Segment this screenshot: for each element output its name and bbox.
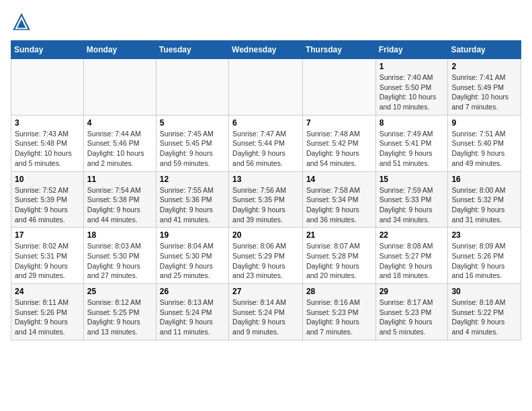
calendar-cell: 16Sunrise: 8:00 AM Sunset: 5:32 PM Dayli…: [448, 171, 521, 228]
day-info: Sunrise: 8:09 AM Sunset: 5:26 PM Dayligh…: [451, 241, 517, 281]
day-number: 15: [380, 175, 445, 184]
day-info: Sunrise: 7:45 AM Sunset: 5:45 PM Dayligh…: [160, 129, 225, 169]
calendar-week-3: 10Sunrise: 7:52 AM Sunset: 5:39 PM Dayli…: [11, 171, 521, 228]
calendar-cell: 9Sunrise: 7:51 AM Sunset: 5:40 PM Daylig…: [448, 115, 521, 171]
day-number: 28: [306, 287, 372, 296]
calendar-cell: 17Sunrise: 8:02 AM Sunset: 5:31 PM Dayli…: [11, 228, 84, 284]
day-info: Sunrise: 7:52 AM Sunset: 5:39 PM Dayligh…: [15, 185, 80, 225]
calendar-cell: 20Sunrise: 8:06 AM Sunset: 5:29 PM Dayli…: [229, 228, 303, 284]
weekday-tuesday: Tuesday: [156, 41, 228, 59]
day-info: Sunrise: 7:51 AM Sunset: 5:40 PM Dayligh…: [451, 129, 517, 169]
calendar-week-4: 17Sunrise: 8:02 AM Sunset: 5:31 PM Dayli…: [11, 228, 521, 284]
calendar-cell: 28Sunrise: 8:16 AM Sunset: 5:23 PM Dayli…: [302, 284, 375, 340]
weekday-wednesday: Wednesday: [229, 41, 303, 59]
calendar-cell: 6Sunrise: 7:47 AM Sunset: 5:44 PM Daylig…: [229, 115, 303, 171]
calendar-week-2: 3Sunrise: 7:43 AM Sunset: 5:48 PM Daylig…: [11, 115, 521, 171]
calendar-cell: 25Sunrise: 8:12 AM Sunset: 5:25 PM Dayli…: [83, 284, 156, 340]
day-info: Sunrise: 7:47 AM Sunset: 5:44 PM Dayligh…: [232, 129, 299, 169]
day-info: Sunrise: 7:54 AM Sunset: 5:38 PM Dayligh…: [87, 185, 152, 225]
day-number: 12: [160, 175, 225, 184]
day-number: 3: [15, 118, 80, 128]
day-info: Sunrise: 8:12 AM Sunset: 5:25 PM Dayligh…: [87, 298, 152, 337]
day-info: Sunrise: 8:02 AM Sunset: 5:31 PM Dayligh…: [15, 241, 80, 281]
calendar-cell: 11Sunrise: 7:54 AM Sunset: 5:38 PM Dayli…: [83, 171, 156, 228]
day-info: Sunrise: 8:06 AM Sunset: 5:29 PM Dayligh…: [232, 241, 299, 281]
day-number: 6: [232, 118, 299, 128]
day-number: 29: [380, 287, 445, 296]
day-number: 8: [380, 118, 445, 128]
weekday-sunday: Sunday: [11, 41, 84, 59]
day-info: Sunrise: 7:44 AM Sunset: 5:46 PM Dayligh…: [87, 129, 152, 169]
calendar-cell: 8Sunrise: 7:49 AM Sunset: 5:41 PM Daylig…: [375, 115, 448, 171]
calendar-cell: 22Sunrise: 8:08 AM Sunset: 5:27 PM Dayli…: [375, 228, 448, 284]
day-info: Sunrise: 8:17 AM Sunset: 5:23 PM Dayligh…: [380, 298, 445, 337]
page-header: [11, 11, 521, 32]
day-number: 7: [306, 118, 372, 128]
weekday-saturday: Saturday: [448, 41, 521, 59]
day-info: Sunrise: 7:48 AM Sunset: 5:42 PM Dayligh…: [306, 129, 372, 169]
day-info: Sunrise: 8:16 AM Sunset: 5:23 PM Dayligh…: [306, 298, 372, 337]
day-info: Sunrise: 8:11 AM Sunset: 5:26 PM Dayligh…: [15, 298, 80, 337]
logo-icon: [11, 11, 32, 32]
day-number: 14: [306, 175, 372, 184]
calendar-cell: 1Sunrise: 7:40 AM Sunset: 5:50 PM Daylig…: [375, 59, 448, 116]
calendar-cell: 27Sunrise: 8:14 AM Sunset: 5:24 PM Dayli…: [229, 284, 303, 340]
weekday-thursday: Thursday: [302, 41, 375, 59]
day-number: 20: [232, 230, 299, 240]
day-info: Sunrise: 8:00 AM Sunset: 5:32 PM Dayligh…: [451, 185, 517, 225]
calendar-cell: 21Sunrise: 8:07 AM Sunset: 5:28 PM Dayli…: [302, 228, 375, 284]
calendar-cell: [302, 59, 375, 116]
day-info: Sunrise: 7:40 AM Sunset: 5:50 PM Dayligh…: [380, 73, 445, 112]
calendar-cell: 15Sunrise: 7:59 AM Sunset: 5:33 PM Dayli…: [375, 171, 448, 228]
day-number: 22: [380, 230, 445, 240]
day-number: 4: [87, 118, 152, 128]
day-info: Sunrise: 8:18 AM Sunset: 5:22 PM Dayligh…: [451, 298, 517, 337]
day-number: 23: [451, 230, 517, 240]
calendar-cell: 13Sunrise: 7:56 AM Sunset: 5:35 PM Dayli…: [229, 171, 303, 228]
day-number: 10: [15, 175, 80, 184]
calendar-cell: 10Sunrise: 7:52 AM Sunset: 5:39 PM Dayli…: [11, 171, 84, 228]
day-number: 24: [15, 287, 80, 296]
calendar-week-5: 24Sunrise: 8:11 AM Sunset: 5:26 PM Dayli…: [11, 284, 521, 340]
calendar-cell: 24Sunrise: 8:11 AM Sunset: 5:26 PM Dayli…: [11, 284, 84, 340]
calendar-cell: 30Sunrise: 8:18 AM Sunset: 5:22 PM Dayli…: [448, 284, 521, 340]
calendar-cell: 23Sunrise: 8:09 AM Sunset: 5:26 PM Dayli…: [448, 228, 521, 284]
day-info: Sunrise: 7:49 AM Sunset: 5:41 PM Dayligh…: [380, 129, 445, 169]
day-number: 16: [451, 175, 517, 184]
day-info: Sunrise: 7:56 AM Sunset: 5:35 PM Dayligh…: [232, 185, 299, 225]
calendar-cell: [156, 59, 228, 116]
day-number: 21: [306, 230, 372, 240]
calendar-cell: 3Sunrise: 7:43 AM Sunset: 5:48 PM Daylig…: [11, 115, 84, 171]
weekday-friday: Friday: [375, 41, 448, 59]
calendar-cell: 19Sunrise: 8:04 AM Sunset: 5:30 PM Dayli…: [156, 228, 228, 284]
calendar-cell: 7Sunrise: 7:48 AM Sunset: 5:42 PM Daylig…: [302, 115, 375, 171]
day-info: Sunrise: 7:58 AM Sunset: 5:34 PM Dayligh…: [306, 185, 372, 225]
day-info: Sunrise: 8:04 AM Sunset: 5:30 PM Dayligh…: [160, 241, 225, 281]
day-info: Sunrise: 7:43 AM Sunset: 5:48 PM Dayligh…: [15, 129, 80, 169]
day-number: 26: [160, 287, 225, 296]
day-number: 18: [87, 230, 152, 240]
day-number: 9: [451, 118, 517, 128]
day-number: 1: [380, 62, 445, 71]
calendar-cell: 29Sunrise: 8:17 AM Sunset: 5:23 PM Dayli…: [375, 284, 448, 340]
day-number: 11: [87, 175, 152, 184]
day-info: Sunrise: 8:13 AM Sunset: 5:24 PM Dayligh…: [160, 298, 225, 337]
calendar-cell: 5Sunrise: 7:45 AM Sunset: 5:45 PM Daylig…: [156, 115, 228, 171]
day-info: Sunrise: 7:55 AM Sunset: 5:36 PM Dayligh…: [160, 185, 225, 225]
calendar-table: SundayMondayTuesdayWednesdayThursdayFrid…: [11, 40, 521, 340]
calendar-cell: [83, 59, 156, 116]
day-number: 13: [232, 175, 299, 184]
day-info: Sunrise: 8:07 AM Sunset: 5:28 PM Dayligh…: [306, 241, 372, 281]
day-number: 25: [87, 287, 152, 296]
day-number: 5: [160, 118, 225, 128]
day-info: Sunrise: 8:03 AM Sunset: 5:30 PM Dayligh…: [87, 241, 152, 281]
day-number: 17: [15, 230, 80, 240]
calendar-cell: 14Sunrise: 7:58 AM Sunset: 5:34 PM Dayli…: [302, 171, 375, 228]
day-info: Sunrise: 7:59 AM Sunset: 5:33 PM Dayligh…: [380, 185, 445, 225]
calendar-cell: 18Sunrise: 8:03 AM Sunset: 5:30 PM Dayli…: [83, 228, 156, 284]
calendar-cell: 4Sunrise: 7:44 AM Sunset: 5:46 PM Daylig…: [83, 115, 156, 171]
calendar-week-1: 1Sunrise: 7:40 AM Sunset: 5:50 PM Daylig…: [11, 59, 521, 116]
calendar-cell: [229, 59, 303, 116]
day-info: Sunrise: 7:41 AM Sunset: 5:49 PM Dayligh…: [451, 73, 517, 112]
weekday-monday: Monday: [83, 41, 156, 59]
